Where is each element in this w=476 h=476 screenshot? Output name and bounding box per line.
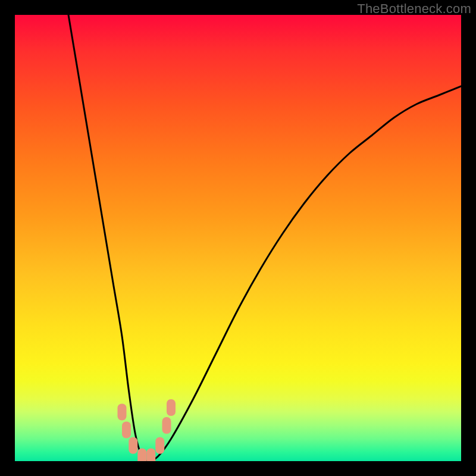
curve-markers	[118, 399, 176, 461]
curve-marker	[122, 422, 131, 439]
curve-marker	[137, 449, 146, 462]
plot-area	[15, 15, 461, 461]
curve-marker	[155, 437, 164, 454]
curve-marker	[167, 399, 176, 416]
curve-marker	[129, 437, 137, 454]
curve-svg	[15, 15, 461, 461]
chart-frame: TheBottleneck.com	[0, 0, 476, 476]
curve-marker	[162, 417, 171, 434]
curve-marker	[146, 449, 155, 462]
bottleneck-curve	[68, 15, 461, 461]
curve-marker	[118, 404, 127, 421]
watermark-text: TheBottleneck.com	[357, 1, 471, 17]
